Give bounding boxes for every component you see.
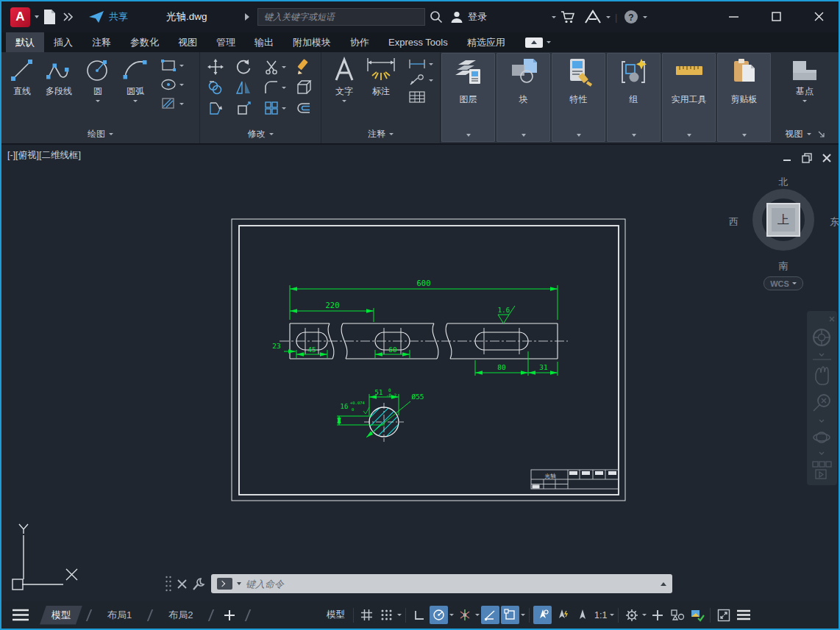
stretch-button[interactable] [204,100,232,116]
polar-caret-icon[interactable] [449,614,454,616]
rectangle-button[interactable] [160,58,184,73]
isometric-drafting-button[interactable] [455,606,474,624]
layers-panel-caret-icon[interactable] [466,134,471,137]
block-panel-caret-icon[interactable] [522,134,526,137]
annotation-visibility-button[interactable] [533,606,552,624]
customization-plus-button[interactable] [648,606,666,624]
rotate-button[interactable] [232,59,260,75]
search-input[interactable] [257,8,425,26]
copy-button[interactable] [204,79,232,96]
linear-dimension-caret-icon[interactable] [429,63,433,65]
command-close-icon[interactable] [177,579,187,589]
command-history-caret-icon[interactable] [237,582,241,585]
hatch-button[interactable] [160,96,184,111]
share-button[interactable]: 共享 [88,1,128,32]
hatch-caret-icon[interactable] [179,103,184,105]
erase-button[interactable] [293,59,318,75]
clipboard-panel-caret-icon[interactable] [742,134,747,137]
command-drag-handle[interactable] [165,576,172,592]
panel-label-annotate[interactable]: 注释 [321,128,440,140]
viewcube[interactable]: 北 南 西 东 上 [739,176,827,271]
mirror-button[interactable] [232,79,260,96]
search-button[interactable] [430,1,443,32]
command-expand-icon[interactable] [661,582,666,586]
utilities-panel-caret-icon[interactable] [687,134,691,137]
panel-properties[interactable]: 特性 [552,53,605,142]
annotation-autoscale-button[interactable] [553,606,572,624]
help-button[interactable]: ? [624,1,647,32]
more-tools-button[interactable] [63,1,74,32]
panel-label-view[interactable]: 视图 [772,128,838,140]
move-button[interactable] [204,59,232,75]
model-space-toggle[interactable]: 模型 [322,609,349,621]
rectangle-caret-icon[interactable] [179,65,184,67]
viewcube-east[interactable]: 东 [830,215,839,229]
viewcube-south[interactable]: 南 [739,259,827,273]
leader-button[interactable] [408,74,433,86]
panel-groups[interactable]: 组 [607,53,661,142]
array-caret-icon[interactable] [282,107,286,110]
panel-layers[interactable]: 图层 [441,53,495,142]
maximize-button[interactable] [759,1,793,31]
layout-tab-layout2[interactable]: 布局2 [157,606,204,625]
panel-label-modify[interactable]: 修改 [200,128,321,140]
polar-tracking-button[interactable] [430,606,448,624]
tab-featured-apps[interactable]: 精选应用 [458,32,515,52]
graphics-performance-button[interactable] [688,606,706,624]
dimension-button[interactable]: 标注 [361,52,401,104]
line-button[interactable]: 直线 [6,52,38,111]
viewcube-top-face[interactable]: 上 [766,203,800,237]
linear-dimension-button[interactable] [408,58,433,70]
search-expand-button[interactable] [244,1,250,32]
panel-expand-icon[interactable] [818,131,825,137]
new-file-button[interactable] [43,1,57,32]
ellipse-caret-icon[interactable] [179,84,184,86]
tab-annotate[interactable]: 注释 [82,32,121,52]
navigation-bar[interactable] [807,311,837,485]
object-snap-tracking-button[interactable] [481,606,499,624]
tab-view[interactable]: 视图 [168,32,207,52]
circle-caret-icon[interactable] [96,100,100,102]
tab-parametric[interactable]: 参数化 [121,32,168,52]
box3d-button[interactable] [293,79,318,96]
base-point-button[interactable]: 基点 [772,52,838,102]
fillet-button[interactable] [260,79,293,96]
isometric-caret-icon[interactable] [475,614,480,616]
minimize-button[interactable] [716,1,750,31]
ortho-mode-button[interactable] [410,606,428,624]
layout-menu-icon[interactable] [12,609,29,621]
panel-clipboard[interactable]: 剪贴板 [717,53,771,142]
app-store-button[interactable] [560,1,575,32]
panel-label-draw[interactable]: 绘图 [1,128,199,140]
wcs-caret-icon[interactable] [792,282,797,284]
viewcube-north[interactable]: 北 [739,176,827,189]
fillet-caret-icon[interactable] [282,87,286,89]
workspace-caret-icon[interactable] [642,614,647,616]
help-caret-icon[interactable] [643,16,647,18]
signin-button[interactable]: 登录 [450,1,487,32]
polyline-button[interactable]: 多段线 [38,52,79,111]
grid-display-button[interactable] [357,606,376,624]
groups-panel-caret-icon[interactable] [632,134,636,137]
autodesk-account-button[interactable] [584,1,611,32]
object-snap-button[interactable] [501,606,519,624]
tab-manage[interactable]: 管理 [207,32,245,52]
command-prompt-icon[interactable] [217,578,232,590]
arc-button[interactable]: 圆弧 [116,52,154,111]
table-button[interactable] [408,90,433,104]
osnap-caret-icon[interactable] [521,614,525,616]
layout-tab-layout1[interactable]: 布局1 [96,606,143,625]
search-box[interactable] [257,8,425,26]
layout-tab-model[interactable]: 模型 [40,606,82,625]
trim-caret-icon[interactable] [282,66,286,68]
tab-output[interactable]: 输出 [245,32,283,52]
clean-screen-button[interactable] [714,606,733,624]
ribbon-collapse-button[interactable] [525,32,551,52]
text-button[interactable]: 文字 [327,52,361,104]
tab-home[interactable]: 默认 [6,32,44,52]
drawing-sheet[interactable]: 600 220 1.6 23 45 60 80 31 [1,145,839,601]
snap-caret-icon[interactable] [397,614,402,616]
status-customization-button[interactable] [734,606,752,624]
annotation-scale-button[interactable] [573,606,591,624]
tab-addins[interactable]: 附加模块 [283,32,341,52]
